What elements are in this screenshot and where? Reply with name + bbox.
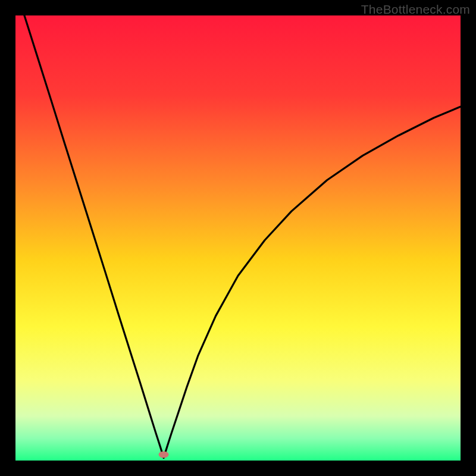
optimal-point-marker (159, 451, 169, 458)
watermark-text: TheBottleneck.com (361, 2, 470, 17)
chart-frame: TheBottleneck.com (0, 0, 476, 476)
chart-svg (15, 15, 461, 461)
chart-background (15, 15, 461, 461)
plot-area (15, 15, 461, 461)
